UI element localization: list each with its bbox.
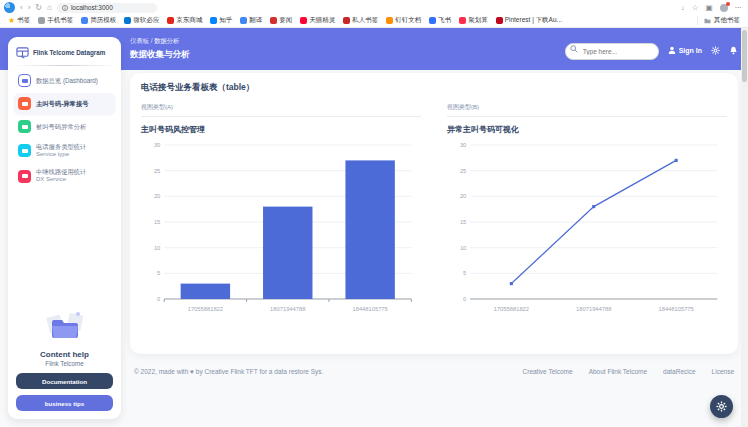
breadcrumb-root[interactable]: 仪表板 [130, 37, 149, 44]
site-info-icon[interactable] [62, 5, 68, 11]
page-title: 数据收集与分析 [130, 49, 190, 61]
bookmark-item[interactable]: 天猫精灵 [300, 16, 335, 25]
bookmarks-bar: ★书签手机书签简历模板微软必应京东商城知乎翻译要闻天猫精灵私人书签钉钉文档飞书聚… [0, 14, 748, 28]
bookmark-item[interactable]: 钉钉文档 [386, 16, 421, 25]
other-bookmarks-folder[interactable]: 其他书签 [697, 16, 740, 25]
address-bar[interactable]: localhost:3000 [57, 3, 157, 13]
more-menu-icon[interactable]: ⋯ [735, 3, 743, 12]
svg-text:18448105775: 18448105775 [658, 306, 694, 312]
line-chart-title: 异常主叫号码可视化 [447, 124, 727, 135]
svg-text:30: 30 [460, 142, 467, 148]
right-view-tab[interactable]: 视图类型(B) [447, 103, 727, 117]
sidebar-help: Content help Flink Telcome Documentation… [14, 308, 115, 411]
brand-name: Flink Telcome Datagram [33, 49, 105, 56]
sidebar-item[interactable]: 中继线路使用统计DX Service [14, 164, 115, 187]
bookmark-item[interactable]: 要闻 [270, 16, 292, 25]
bookmark-favicon-icon [240, 17, 247, 24]
svg-text:30: 30 [154, 142, 161, 148]
browser-toolbar: ‹ › ↻ ⌂ localhost:3000 ↓ ☆ ▣ ⋯ [0, 0, 748, 14]
url-text: localhost:3000 [71, 4, 113, 11]
folder-illustration [44, 308, 86, 342]
bookmark-favicon-icon [386, 17, 393, 24]
bookmark-item[interactable]: 飞书 [429, 16, 451, 25]
settings-gear-icon[interactable] [711, 46, 720, 55]
search-icon [570, 45, 578, 53]
breadcrumb-current: 数据分析 [154, 37, 179, 44]
search-input[interactable] [565, 43, 659, 60]
user-icon [668, 46, 676, 54]
bookmark-item[interactable]: Pinterest | 下载Au... [496, 16, 562, 25]
bookmark-item[interactable]: 京东商城 [167, 16, 202, 25]
sidebar-item[interactable]: 被叫号码异常分析 [14, 116, 115, 137]
sidebar-item[interactable]: 主叫号码-异常接号 [14, 93, 115, 114]
star-favicon-icon: ★ [8, 17, 15, 24]
brand-grid-icon [16, 46, 29, 59]
bookmark-favicon-icon [270, 17, 277, 24]
called-number-icon [18, 120, 31, 133]
notifications-bell-icon[interactable] [729, 46, 738, 55]
favorite-icon[interactable]: ☆ [692, 3, 699, 12]
svg-text:15: 15 [460, 219, 467, 225]
bookmark-favicon-icon [210, 17, 217, 24]
back-icon[interactable]: ‹ [20, 3, 23, 13]
bookmark-favicon-icon [38, 17, 45, 24]
sidebar: Flink Telcome Datagram 数据总览 (Dashboard)主… [8, 37, 121, 419]
footer-link[interactable]: License [712, 368, 734, 375]
documentation-button[interactable]: Documentation [16, 373, 113, 389]
svg-text:10: 10 [154, 245, 161, 251]
breadcrumb-block: 仪表板 / 数据分析 数据收集与分析 [130, 37, 190, 61]
brand[interactable]: Flink Telcome Datagram [14, 44, 115, 65]
bookmark-favicon-icon [124, 17, 131, 24]
footer-link[interactable]: Creative Telcome [523, 368, 573, 375]
calling-number-icon [18, 97, 31, 110]
gear-icon [716, 401, 727, 412]
bookmark-item[interactable]: 私人书签 [343, 16, 378, 25]
bar-chart-title: 主叫号码风控管理 [141, 124, 421, 135]
svg-text:18071944788: 18071944788 [576, 306, 612, 312]
reload-icon[interactable]: ↻ [35, 3, 42, 13]
forward-icon[interactable]: › [28, 3, 31, 13]
svg-text:10: 10 [460, 245, 467, 251]
dashboard-card: 电话接号业务看板表（table） 视图类型(A) 主叫号码风控管理 051015… [130, 73, 738, 354]
bookmark-favicon-icon [496, 17, 503, 24]
footer: © 2022, made with ♥ by Creative Flink TF… [130, 368, 738, 375]
svg-text:0: 0 [157, 296, 161, 302]
dx-service-icon [18, 170, 31, 183]
left-view-tab[interactable]: 视图类型(A) [141, 103, 421, 117]
help-subtitle: Flink Telcome [16, 360, 113, 367]
footer-link[interactable]: dataRecice [663, 368, 696, 375]
bookmark-favicon-icon [81, 17, 88, 24]
bookmark-favicon-icon [300, 17, 307, 24]
svg-text:0: 0 [463, 296, 467, 302]
line-chart: 0510152025301705588182218071944788184481… [447, 137, 727, 317]
breadcrumb: 仪表板 / 数据分析 [130, 37, 190, 46]
browser-logo-icon [4, 2, 15, 13]
svg-text:25: 25 [154, 168, 161, 174]
bookmark-item[interactable]: 聚划算 [459, 16, 488, 25]
bookmark-item[interactable]: ★书签 [8, 16, 30, 25]
profile-icon[interactable] [720, 4, 728, 12]
svg-text:20: 20 [154, 193, 161, 199]
search-box [565, 40, 659, 60]
business-tips-button[interactable]: business tips [16, 395, 113, 411]
left-chart-panel: 视图类型(A) 主叫号码风控管理 05101520253017055881822… [141, 103, 421, 317]
bookmark-item[interactable]: 知乎 [210, 16, 232, 25]
sidebar-item[interactable]: 数据总览 (Dashboard) [14, 70, 115, 91]
home-icon[interactable]: ⌂ [47, 3, 52, 13]
bookmark-item[interactable]: 手机书签 [38, 16, 73, 25]
floating-settings-button[interactable] [710, 395, 733, 418]
bookmark-item[interactable]: 简历模板 [81, 16, 116, 25]
extensions-icon[interactable]: ▣ [705, 3, 712, 12]
svg-text:25: 25 [460, 168, 467, 174]
footer-link[interactable]: About Flink Telcome [589, 368, 647, 375]
bookmark-favicon-icon [429, 17, 436, 24]
sign-in-button[interactable]: Sign In [668, 46, 702, 54]
service-type-icon [18, 144, 31, 157]
dashboard-app: Flink Telcome Datagram 数据总览 (Dashboard)主… [0, 28, 748, 427]
scrollbar[interactable] [741, 28, 748, 427]
download-icon[interactable]: ↓ [681, 3, 685, 12]
bookmark-item[interactable]: 翻译 [240, 16, 262, 25]
sidebar-item[interactable]: 电话服务类型统计Service type [14, 139, 115, 162]
bookmark-favicon-icon [167, 17, 174, 24]
bookmark-item[interactable]: 微软必应 [124, 16, 159, 25]
